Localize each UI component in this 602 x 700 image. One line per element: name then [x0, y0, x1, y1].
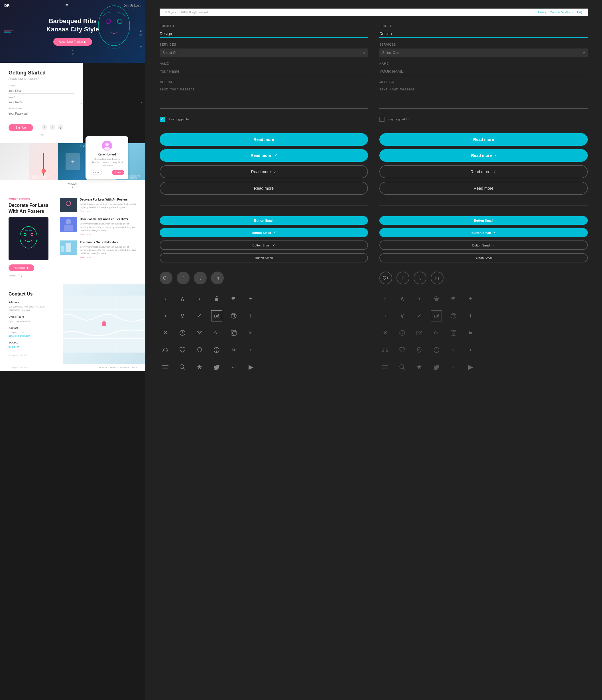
pinterest-icon[interactable]: [211, 344, 222, 356]
carousel-right-arrow[interactable]: ›: [141, 101, 142, 105]
social-behance[interactable]: Be: [139, 34, 142, 36]
search-icon[interactable]: [177, 361, 188, 373]
like-icon-1[interactable]: ♡: [24, 145, 27, 148]
back-arrow-r-icon[interactable]: ←: [448, 361, 459, 373]
btn-small-1[interactable]: Button Small: [160, 216, 368, 225]
share-twitter[interactable]: t: [21, 274, 22, 277]
star-icon[interactable]: ★: [194, 361, 205, 373]
form2-checkbox[interactable]: [379, 117, 385, 122]
googleplus-r-icon[interactable]: G+: [431, 327, 442, 339]
btn-small-2[interactable]: Button Small ✓: [160, 228, 368, 237]
form1-name-input[interactable]: [160, 68, 368, 75]
mail-icon[interactable]: [194, 327, 205, 339]
like-icon-3[interactable]: ♡: [80, 145, 82, 148]
chevron-up-r-icon[interactable]: ∧: [396, 293, 408, 304]
form1-services-select[interactable]: Select One Design Development Marketing: [160, 49, 368, 57]
social-twitter-outline[interactable]: t: [414, 272, 426, 284]
form1-message-input[interactable]: [160, 86, 368, 109]
search-r-icon[interactable]: [396, 361, 408, 373]
footer-terms[interactable]: Terms & Conditions: [110, 366, 129, 369]
linkedin-icon[interactable]: in: [245, 327, 257, 339]
like-icon-5[interactable]: ♡: [141, 145, 143, 148]
hero-down-arrow[interactable]: ∨: [72, 52, 74, 56]
social-google-outline[interactable]: G+: [379, 272, 392, 284]
like-icon-2[interactable]: ♡: [50, 145, 53, 148]
tumblr-r-icon[interactable]: t: [465, 344, 476, 356]
close-icon[interactable]: ✕: [160, 327, 171, 339]
read-more-btn-5[interactable]: Read more: [379, 133, 588, 146]
social-facebook-outline[interactable]: f: [396, 272, 409, 284]
top-terms[interactable]: Terms & Conditions: [550, 11, 573, 14]
pinterest-r-icon[interactable]: [431, 344, 442, 356]
form2-services-select[interactable]: Select One Design Development: [379, 49, 588, 57]
mail-r-icon[interactable]: [414, 327, 425, 339]
chevron-down-icon[interactable]: ∨: [177, 310, 188, 322]
facebook-r-icon[interactable]: f: [465, 310, 476, 322]
chevron-left-r-icon[interactable]: ‹: [379, 293, 391, 304]
footer-faq[interactable]: FAQ: [132, 366, 137, 369]
chevron-right-r-icon[interactable]: ›: [414, 293, 425, 304]
read-more-btn-3[interactable]: Read more ✓: [160, 165, 368, 178]
close-r-icon[interactable]: ✕: [379, 327, 391, 339]
form1-subject-input[interactable]: [160, 30, 368, 38]
form2-subject-input[interactable]: [379, 30, 588, 38]
btn-small-3[interactable]: Button Small ✓: [160, 241, 368, 250]
read-more-btn-1[interactable]: Read more: [160, 133, 368, 146]
social-twitter[interactable]: t: [140, 42, 141, 45]
googleplus-icon[interactable]: G+: [211, 327, 222, 339]
dribbble-icon[interactable]: [228, 310, 239, 322]
hero-nav-links[interactable]: Join Us Login: [124, 4, 141, 7]
social-link-behance[interactable]: be: [12, 345, 15, 348]
gs-name-input[interactable]: [8, 100, 74, 105]
read-more-2[interactable]: Read more: [80, 233, 137, 235]
btn-small-6[interactable]: Button Small ✓: [379, 228, 588, 237]
chevron-down-r-icon[interactable]: ∨: [396, 310, 408, 322]
form2-name-input[interactable]: [379, 68, 588, 75]
read-more-btn-6[interactable]: Read more ›: [379, 149, 588, 162]
footer-privacy[interactable]: Privacy: [99, 366, 107, 369]
social-facebook-small[interactable]: f: [42, 124, 47, 130]
hero-up-arrow[interactable]: ∧: [72, 49, 74, 52]
chevron-right-r2-icon[interactable]: ›: [379, 310, 391, 322]
behance-r-icon[interactable]: Bé: [431, 310, 442, 322]
btn-small-4[interactable]: Button Small: [160, 253, 368, 262]
social-facebook[interactable]: f: [140, 38, 141, 41]
chevron-left-icon[interactable]: ‹: [160, 293, 171, 304]
social-instagram[interactable]: ◉: [140, 30, 142, 32]
facebook-bold-icon[interactable]: f: [245, 310, 257, 322]
social-link-linkedin[interactable]: in: [8, 345, 10, 348]
follow-button[interactable]: Follow: [112, 170, 124, 175]
twitter-r-icon[interactable]: [431, 361, 442, 373]
social-google-filled[interactable]: G+: [160, 272, 173, 284]
social-twitter-filled[interactable]: t: [194, 272, 207, 284]
tumblr-icon[interactable]: t: [245, 344, 257, 356]
dribbble-r-icon[interactable]: [448, 310, 459, 322]
view-all[interactable]: View All ∨: [0, 180, 146, 191]
heart-r-icon[interactable]: [396, 344, 408, 356]
contact-email[interactable]: nohavior@gmail.com: [8, 334, 54, 338]
skype-icon[interactable]: Sk: [228, 344, 239, 356]
gs-help[interactable]: Help: [8, 133, 74, 136]
social-linkedin-outline[interactable]: in: [431, 272, 444, 284]
star-r-icon[interactable]: ★: [414, 361, 425, 373]
read-more-btn-4[interactable]: Read more: [160, 182, 368, 195]
social-vimeo[interactable]: V: [140, 46, 142, 49]
share-icon-3[interactable]: ↗: [83, 145, 85, 148]
chevron-right-2-icon[interactable]: ›: [160, 310, 171, 322]
heart-icon[interactable]: [177, 344, 188, 356]
read-more-btn-7[interactable]: Read more ✓: [379, 165, 588, 178]
skype-r-icon[interactable]: Sk: [448, 344, 459, 356]
menu-r-icon[interactable]: [379, 361, 391, 373]
btn-small-8[interactable]: Button Small: [379, 253, 588, 262]
social-linkedin-filled[interactable]: in: [211, 272, 224, 284]
back-arrow-icon[interactable]: ←: [228, 361, 239, 373]
linkedin-r-icon[interactable]: in: [465, 327, 476, 339]
top-privacy[interactable]: Privacy: [538, 11, 546, 14]
behance-icon[interactable]: Bé: [211, 310, 222, 322]
social-twitter-small[interactable]: t: [50, 124, 55, 130]
nav-menu-icon[interactable]: ≡: [65, 3, 68, 8]
chevron-up-icon[interactable]: ∧: [177, 293, 188, 304]
signup-button[interactable]: Sign Up: [8, 124, 33, 131]
top-faq[interactable]: FAQ: [577, 11, 582, 14]
read-more-btn-8[interactable]: Read more: [379, 182, 588, 195]
